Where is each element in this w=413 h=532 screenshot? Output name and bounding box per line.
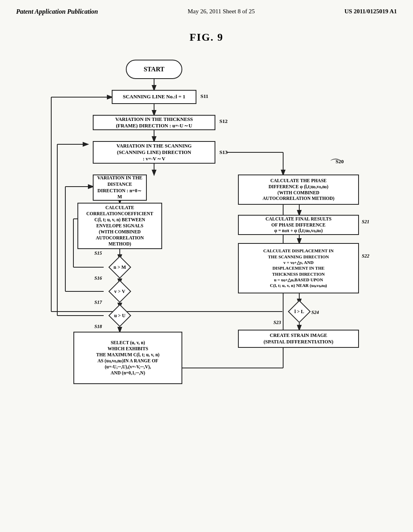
s22-label: S22 (362, 253, 369, 259)
s17-label: S17 (94, 299, 102, 305)
s24-label: S24 (311, 310, 319, 316)
s22-box: CALCULATE DISPLACEMENT IN THE SCANNING D… (238, 243, 359, 293)
s15-box: CALCULATE CORRELATIONCOEFFICIENT C(l, t;… (77, 203, 162, 249)
s15-label: S15 (94, 250, 102, 256)
header-center: May 26, 2011 Sheet 8 of 25 (188, 8, 255, 15)
s12-box: VARIATION IN THE THICKNESS (FRAME) DIREC… (93, 115, 215, 130)
s21-box: CALCULATE FINAL RESULTS OF PHASE DIFFERE… (238, 215, 359, 235)
fig-title: FIG. 9 (190, 31, 223, 44)
s16-label-text: n > M (105, 262, 135, 272)
page: Patent Application Publication May 26, 2… (0, 0, 413, 532)
s19-box: SELECT (u, v, n) WHICH EXHIBITS THE MAXI… (73, 332, 182, 384)
s24-box: CREATE STRAIN IMAGE (SPATIAL DIFFERENTIA… (238, 330, 359, 348)
s18-label: S18 (94, 324, 102, 330)
s17-label-text: v > V (105, 286, 135, 297)
s13-label: S13 (219, 149, 227, 156)
page-header: Patent Application Publication May 26, 2… (16, 8, 397, 15)
s11-box: SCANNING LINE No.:l = 1 (112, 90, 196, 104)
diagram-area: FIG. 9 (16, 27, 397, 487)
header-left: Patent Application Publication (16, 8, 98, 15)
flowchart: START SCANNING LINE No.:l = 1 S11 VARIAT… (33, 52, 380, 487)
s18-label-text: u > U (105, 310, 135, 321)
header-right: US 2011/0125019 A1 (344, 8, 397, 15)
s20-brace: ⌒ (330, 156, 342, 173)
s21-label: S21 (362, 219, 369, 225)
s14-box: VARIATION IN THE DISTANCE DIRECTION : n=… (93, 175, 147, 201)
s23-label: S23 (273, 320, 281, 326)
start-box: START (126, 60, 182, 79)
s20-box: CALCULATE THE PHASE DIFFERENCE φ (l,t;u₀… (238, 175, 359, 205)
s13-box: VARIATION IN THE SCANNING (SCANNING LINE… (93, 141, 215, 164)
s16-label: S16 (94, 275, 102, 281)
s12-label: S12 (219, 118, 227, 125)
s11-label: S11 (200, 93, 209, 100)
s23-label-text: l > L (284, 306, 314, 317)
